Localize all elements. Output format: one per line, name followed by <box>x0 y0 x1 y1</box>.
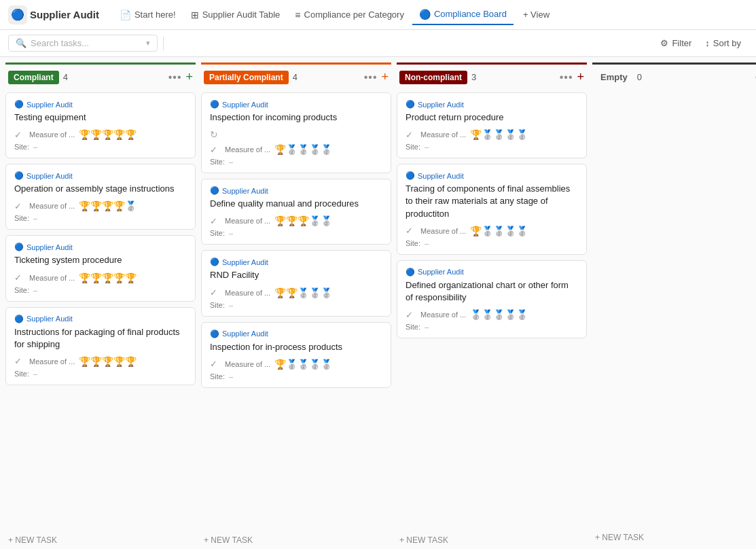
nav-tab-start[interactable]: 📄Start here! <box>113 5 183 24</box>
search-box[interactable]: 🔍 Search tasks... ▾ <box>8 35 158 52</box>
card-source: 🔵 Supplier Audit <box>14 243 187 251</box>
site-value: – <box>229 229 233 237</box>
new-task-empty[interactable]: + NEW TASK <box>592 526 756 549</box>
site-label: Site: <box>14 286 29 294</box>
column-partial: Partially Compliant 4 ••• + 🔵 Supplier A… <box>201 63 391 549</box>
card-noncompliant-1[interactable]: 🔵 Supplier Audit Tracing of components o… <box>397 164 587 255</box>
site-label: Site: <box>406 239 420 247</box>
card-title: Ticketing system procedure <box>14 254 187 266</box>
new-task-compliant[interactable]: + NEW TASK <box>5 531 196 549</box>
measure-label: Measure of ... <box>29 274 75 282</box>
column-header-empty: Empty 0 ••• + <box>592 63 756 90</box>
card-site-row: Site: – <box>210 229 382 237</box>
search-placeholder: Search tasks... <box>31 38 89 48</box>
cards-list-compliant: 🔵 Supplier Audit Testing equipment ✓ Mea… <box>5 92 196 529</box>
card-compliant-1[interactable]: 🔵 Supplier Audit Operation or assembly s… <box>5 164 196 230</box>
sort-button[interactable]: ↕ Sort by <box>698 35 748 52</box>
card-title: Defined organizational chart or other fo… <box>406 279 578 304</box>
site-label: Site: <box>210 229 225 237</box>
card-compliant-0[interactable]: 🔵 Supplier Audit Testing equipment ✓ Mea… <box>5 92 196 158</box>
source-icon: 🔵 <box>406 100 415 109</box>
card-partial-0[interactable]: 🔵 Supplier Audit Inspection for incoming… <box>201 92 391 173</box>
cards-list-partial: 🔵 Supplier Audit Inspection for incoming… <box>201 92 391 529</box>
site-value: – <box>33 143 37 151</box>
card-partial-2[interactable]: 🔵 Supplier Audit RND Facility ✓ Measure … <box>201 250 391 316</box>
source-icon: 🔵 <box>406 268 415 277</box>
col-more-noncompliant[interactable]: ••• <box>560 71 573 84</box>
card-site-row: Site: – <box>14 143 187 151</box>
site-label: Site: <box>406 323 420 331</box>
col-label-empty: Empty <box>595 70 633 84</box>
measure-label: Measure of ... <box>420 130 466 139</box>
card-measure-row: ✓ Measure of ... 🥈🥈🥈🥈🥈 <box>406 309 578 320</box>
check-icon: ✓ <box>406 310 416 320</box>
top-navigation: 🔵 Supplier Audit 📄Start here!⊞Supplier A… <box>0 0 756 30</box>
site-label: Site: <box>14 143 29 151</box>
add-task-compliant[interactable]: + <box>185 70 193 84</box>
new-task-noncompliant[interactable]: + NEW TASK <box>397 531 587 549</box>
card-site-row: Site: – <box>406 239 578 247</box>
card-site-row: Site: – <box>406 143 578 151</box>
site-value: – <box>229 158 233 166</box>
nav-tab-category[interactable]: ≡Compliance per Category <box>288 5 411 24</box>
col-more-partial[interactable]: ••• <box>364 71 378 84</box>
source-icon: 🔵 <box>210 186 219 195</box>
card-site-row: Site: – <box>210 158 382 166</box>
site-value: – <box>33 214 37 222</box>
card-source: 🔵 Supplier Audit <box>14 315 187 323</box>
card-source: 🔵 Supplier Audit <box>14 100 187 109</box>
nav-tab-board[interactable]: 🔵Compliance Board <box>412 5 514 25</box>
card-title: Testing equipment <box>14 111 187 124</box>
new-task-partial[interactable]: + NEW TASK <box>201 531 391 549</box>
measure-label: Measure of ... <box>420 227 466 235</box>
card-measure-row: ✓ Measure of ... 🏆🏆🏆🏆🥈 <box>14 200 187 211</box>
card-compliant-3[interactable]: 🔵 Supplier Audit Instructions for packag… <box>5 307 196 385</box>
check-icon: ✓ <box>406 226 416 236</box>
trophy-icons: 🏆🥈🥈🥈🥈 <box>274 359 332 370</box>
check-icon: ✓ <box>14 130 25 140</box>
col-count-noncompliant: 3 <box>471 72 476 82</box>
card-source: 🔵 Supplier Audit <box>406 268 578 277</box>
card-source: 🔵 Supplier Audit <box>210 330 382 338</box>
card-noncompliant-2[interactable]: 🔵 Supplier Audit Defined organizational … <box>397 260 587 338</box>
card-source: 🔵 Supplier Audit <box>406 100 578 109</box>
col-more-compliant[interactable]: ••• <box>168 71 182 84</box>
card-measure-row: ✓ Measure of ... 🏆🏆🏆🥈🥈 <box>210 215 382 226</box>
card-partial-3[interactable]: 🔵 Supplier Audit Inspection for in-proce… <box>201 322 391 388</box>
trophy-icons: 🏆🏆🏆🏆🏆 <box>79 129 137 140</box>
trophy-icons: 🏆🥈🥈🥈🥈 <box>470 129 528 140</box>
measure-label: Measure of ... <box>225 360 270 368</box>
check-icon: ✓ <box>14 201 25 211</box>
site-value: – <box>425 143 429 151</box>
card-title: Inspection for in-process products <box>210 341 382 353</box>
app-icon: 🔵 <box>8 5 27 24</box>
check-icon: ✓ <box>210 359 221 369</box>
card-partial-1[interactable]: 🔵 Supplier Audit Define quality manual a… <box>201 179 391 245</box>
card-noncompliant-0[interactable]: 🔵 Supplier Audit Product return procedur… <box>397 92 587 158</box>
check-icon: ✓ <box>210 287 221 298</box>
toolbar-divider <box>163 37 164 50</box>
col-count-empty: 0 <box>637 72 642 82</box>
card-title: Define quality manual and procedures <box>210 198 382 210</box>
card-source: 🔵 Supplier Audit <box>406 171 578 180</box>
check-icon: ✓ <box>210 145 221 155</box>
add-task-partial[interactable]: + <box>381 70 389 84</box>
site-label: Site: <box>406 143 420 151</box>
trophy-icons: 🏆🏆🏆🏆🏆 <box>79 356 137 367</box>
col-count-compliant: 4 <box>63 72 68 82</box>
col-label-noncompliant: Non-compliant <box>399 71 467 84</box>
site-value: – <box>229 372 233 380</box>
card-compliant-2[interactable]: 🔵 Supplier Audit Ticketing system proced… <box>5 235 196 301</box>
measure-label: Measure of ... <box>29 130 75 139</box>
add-view-button[interactable]: + View <box>516 5 556 24</box>
card-source: 🔵 Supplier Audit <box>210 100 382 109</box>
app-title: Supplier Audit <box>30 9 99 20</box>
card-source: 🔵 Supplier Audit <box>210 186 382 195</box>
column-compliant: Compliant 4 ••• + 🔵 Supplier Audit Testi… <box>5 63 196 549</box>
toolbar: 🔍 Search tasks... ▾ ⚙ Filter ↕ Sort by <box>0 30 756 57</box>
card-measure-row: ✓ Measure of ... 🏆🥈🥈🥈🥈 <box>210 359 382 370</box>
filter-icon: ⚙ <box>660 38 668 48</box>
add-task-noncompliant[interactable]: + <box>577 70 584 84</box>
nav-tab-table[interactable]: ⊞Supplier Audit Table <box>184 5 287 24</box>
filter-button[interactable]: ⚙ Filter <box>653 35 698 52</box>
